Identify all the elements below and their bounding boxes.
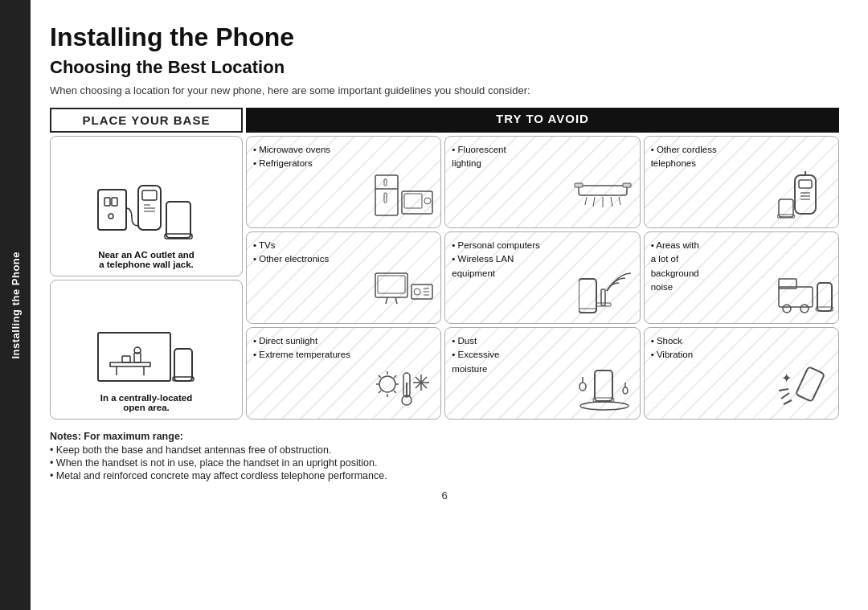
- svg-point-62: [379, 376, 395, 392]
- place-cell-outlet-caption: Near an AC outlet anda telephone wall ja…: [98, 250, 194, 269]
- microwave-icon: [371, 171, 436, 223]
- svg-rect-25: [404, 194, 422, 208]
- notes-section: Notes: For maximum range: Keep both the …: [50, 431, 839, 481]
- svg-rect-44: [378, 276, 405, 293]
- fluorescent-text: Fluorescentlighting: [452, 143, 633, 171]
- shock-bullet1: Shock: [651, 334, 832, 348]
- avoid-cell-microwave: Microwave ovens Refrigerators: [246, 136, 441, 228]
- page-wrapper: Installing the Phone Installing the Phon…: [0, 0, 868, 610]
- avoid-cell-fluorescent: Fluorescentlighting: [444, 136, 640, 228]
- avoid-cell-shock: Shock Vibration ✦: [644, 327, 839, 420]
- svg-rect-27: [579, 186, 627, 195]
- svg-rect-78: [595, 371, 612, 401]
- fluorescent-icon: [571, 171, 635, 223]
- svg-line-70: [379, 391, 381, 393]
- svg-line-46: [395, 297, 397, 304]
- place-base-column: Near an AC outlet anda telephone wall ja…: [50, 136, 243, 420]
- svg-line-33: [611, 197, 612, 207]
- svg-rect-5: [142, 190, 157, 200]
- svg-rect-12: [110, 362, 150, 366]
- svg-point-48: [414, 289, 420, 295]
- page-title: Installing the Phone: [50, 23, 839, 52]
- svg-point-59: [800, 305, 809, 313]
- svg-rect-22: [384, 179, 387, 186]
- svg-rect-36: [799, 180, 812, 188]
- dust-icon: [571, 362, 635, 414]
- place-cell-central: In a centrally-locatedopen area.: [50, 280, 243, 420]
- svg-rect-35: [795, 175, 816, 214]
- svg-rect-28: [575, 183, 583, 187]
- svg-line-30: [585, 197, 587, 205]
- main-content: Installing the Phone Choosing the Best L…: [31, 0, 868, 610]
- page-subtitle: Choosing the Best Location: [50, 57, 839, 78]
- svg-line-68: [394, 391, 396, 393]
- notes-title: Notes: For maximum range:: [50, 431, 839, 442]
- tvs-bullet1: TVs: [253, 239, 434, 252]
- svg-rect-47: [411, 285, 432, 299]
- svg-rect-2: [112, 198, 117, 206]
- cordless-bullet1: Other cordlesstelephones: [651, 143, 832, 171]
- svg-rect-54: [579, 279, 596, 313]
- header-try-avoid: TRY TO AVOID: [246, 108, 839, 133]
- place-cell-central-caption: In a centrally-locatedopen area.: [100, 393, 192, 412]
- noise-icon: [777, 267, 833, 318]
- svg-rect-24: [402, 191, 432, 214]
- svg-line-67: [379, 375, 381, 378]
- svg-rect-29: [623, 183, 631, 187]
- shock-bullet2: Vibration: [651, 348, 832, 362]
- svg-rect-16: [134, 353, 141, 362]
- sunlight-bullet2: Extreme temperatures: [253, 348, 434, 362]
- page-number: 6: [50, 489, 839, 502]
- shock-icon: ✦: [777, 362, 833, 414]
- svg-point-82: [623, 387, 628, 394]
- svg-line-31: [593, 197, 595, 207]
- svg-point-80: [580, 402, 628, 410]
- svg-rect-18: [174, 349, 192, 381]
- svg-rect-23: [384, 193, 387, 203]
- svg-line-45: [386, 297, 387, 304]
- microwave-bullet1: Microwave ovens: [253, 143, 434, 157]
- svg-rect-0: [98, 190, 126, 230]
- sunlight-icon: [371, 366, 436, 414]
- avoid-columns: Microwave ovens Refrigerators: [246, 136, 839, 420]
- place-cell-outlet: Near an AC outlet anda telephone wall ja…: [50, 136, 243, 276]
- svg-point-3: [108, 214, 113, 219]
- svg-line-86: [784, 400, 792, 404]
- avoid-cell-sunlight: Direct sunlight Extreme temperatures: [246, 327, 441, 420]
- svg-point-81: [579, 383, 586, 391]
- computers-bullet1: Personal computers: [452, 239, 633, 252]
- svg-line-85: [779, 389, 788, 391]
- outlet-icon: [94, 178, 199, 245]
- side-tab: Installing the Phone: [0, 0, 31, 610]
- sunlight-bullet1: Direct sunlight: [253, 334, 434, 348]
- sunlight-text: Direct sunlight Extreme temperatures: [253, 334, 434, 362]
- dust-bullet1: Dust: [452, 334, 633, 348]
- tvs-bullet2: Other electronics: [253, 252, 434, 266]
- cordless-text: Other cordlesstelephones: [651, 143, 832, 171]
- avoid-cell-noise: Areas witha lot ofbackgroundnoise: [644, 231, 839, 324]
- side-tab-label: Installing the Phone: [10, 252, 22, 359]
- computers-icon: [579, 267, 635, 318]
- avoid-cell-computers: Personal computers Wireless LANequipment: [444, 231, 640, 324]
- note-item-3: Metal and reinforced concrete may affect…: [50, 470, 839, 481]
- svg-rect-9: [166, 202, 190, 238]
- svg-rect-1: [104, 198, 110, 206]
- svg-rect-15: [122, 356, 130, 362]
- svg-text:✦: ✦: [781, 371, 792, 385]
- svg-point-58: [783, 305, 791, 313]
- central-room-icon: [94, 321, 199, 388]
- header-place-base: PLACE YOUR BASE: [50, 108, 243, 133]
- svg-line-34: [619, 197, 620, 205]
- avoid-cell-dust: Dust Excessivemoisture: [444, 327, 640, 420]
- grid-container: Near an AC outlet anda telephone wall ja…: [50, 136, 839, 420]
- table-header-row: PLACE YOUR BASE TRY TO AVOID: [50, 108, 839, 133]
- intro-text: When choosing a location for your new ph…: [50, 84, 839, 96]
- microwave-text: Microwave ovens Refrigerators: [253, 143, 434, 171]
- svg-line-69: [394, 375, 396, 378]
- cordless-phone-icon: [777, 171, 833, 223]
- note-item-2: When the handset is not in use, place th…: [50, 457, 839, 469]
- tvs-icon: [371, 267, 436, 318]
- notes-list: Keep both the base and handset antennas …: [50, 444, 839, 481]
- microwave-bullet2: Refrigerators: [253, 157, 434, 170]
- svg-line-84: [781, 393, 789, 399]
